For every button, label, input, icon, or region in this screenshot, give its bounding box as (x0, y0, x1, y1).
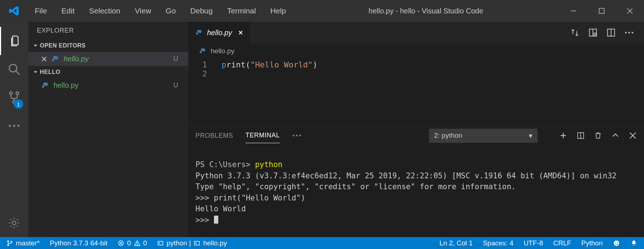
activity-explorer[interactable] (0, 27, 28, 55)
status-branch[interactable]: master* (1, 239, 45, 247)
svg-point-17 (198, 30, 198, 31)
svg-point-48 (617, 242, 618, 243)
svg-point-16 (44, 83, 45, 84)
status-eol[interactable]: CRLF (548, 239, 576, 247)
activity-scm[interactable]: 1 (0, 83, 28, 112)
compare-changes-icon[interactable] (570, 28, 580, 37)
menu-help[interactable]: Help (264, 4, 292, 18)
status-runner[interactable]: python | hello.py (152, 239, 232, 247)
editor-tabbar: hello.py × (188, 22, 644, 43)
menu-view[interactable]: View (128, 4, 157, 18)
terminal-output[interactable]: PS C:\Users> python Python 3.7.3 (v3.7.3… (188, 145, 644, 237)
minimize-button[interactable] (559, 0, 588, 22)
open-editor-status: U (173, 55, 183, 63)
scm-badge: 1 (14, 99, 23, 109)
editor-tab[interactable]: hello.py × (188, 22, 250, 43)
svg-point-36 (8, 240, 9, 242)
split-terminal-icon[interactable] (577, 132, 585, 140)
more-actions-icon[interactable] (624, 31, 634, 34)
window-controls (559, 0, 644, 22)
terminal-cursor (214, 216, 218, 224)
python-file-icon (195, 29, 203, 36)
line-number: 2 (188, 69, 222, 78)
activity-search[interactable] (0, 55, 28, 83)
close-editor-icon[interactable] (41, 56, 47, 62)
open-editors-header[interactable]: OPEN EDITORS (28, 40, 188, 52)
menu-go[interactable]: Go (159, 4, 182, 18)
status-indent[interactable]: Spaces: 4 (478, 239, 519, 247)
code-editor[interactable]: 1 print("Hello World") 2 (188, 59, 644, 126)
bottom-panel: PROBLEMS TERMINAL 2: python ▾ PS C:\User… (188, 126, 644, 237)
svg-point-26 (201, 49, 202, 50)
svg-point-38 (11, 241, 12, 242)
svg-point-4 (9, 65, 17, 72)
file-item[interactable]: hello.py U (28, 78, 188, 92)
activity-settings[interactable] (0, 209, 28, 237)
maximize-panel-icon[interactable] (611, 132, 619, 140)
status-encoding[interactable]: UTF-8 (518, 239, 548, 247)
menu-selection[interactable]: Selection (83, 4, 127, 18)
svg-point-47 (615, 242, 616, 243)
tab-close-icon[interactable]: × (239, 29, 243, 37)
svg-point-6 (9, 92, 12, 95)
svg-point-37 (8, 244, 9, 246)
status-bell-icon[interactable] (625, 240, 643, 247)
line-number: 1 (188, 60, 222, 69)
python-file-icon (199, 47, 206, 55)
terminal-select[interactable]: 2: python ▾ (429, 129, 538, 143)
status-position[interactable]: Ln 2, Col 1 (434, 239, 478, 247)
status-interpreter[interactable]: Python 3.7.3 64-bit (45, 239, 113, 247)
svg-rect-44 (158, 241, 163, 245)
window-title: hello.py - hello - Visual Studio Code (292, 7, 559, 15)
main-menu: File Edit Selection View Go Debug Termin… (28, 4, 292, 18)
file-name: hello.py (54, 81, 169, 90)
editor-actions (570, 22, 644, 43)
folder-header[interactable]: HELLO (28, 66, 188, 78)
explorer-title: EXPLORER (28, 22, 188, 40)
activity-more[interactable] (0, 112, 28, 140)
menu-terminal[interactable]: Terminal (220, 4, 262, 18)
close-button[interactable] (616, 0, 644, 22)
svg-point-24 (628, 32, 630, 33)
split-editor-icon[interactable] (606, 28, 616, 37)
close-panel-icon[interactable] (629, 132, 637, 140)
menu-debug[interactable]: Debug (184, 4, 219, 18)
kill-terminal-icon[interactable] (594, 132, 602, 140)
title-bar: File Edit Selection View Go Debug Termin… (0, 0, 644, 22)
activity-bar: 1 (0, 22, 28, 237)
breadcrumb[interactable]: hello.py (188, 43, 644, 59)
status-problems[interactable]: 0 0 (113, 239, 152, 247)
svg-point-20 (594, 33, 596, 36)
svg-rect-1 (599, 8, 604, 13)
svg-point-7 (16, 92, 19, 95)
explorer-sidebar: EXPLORER OPEN EDITORS hello.py U HELLO h… (28, 22, 188, 237)
menu-file[interactable]: File (28, 4, 54, 18)
terminal-select-label: 2: python (434, 132, 462, 140)
svg-rect-45 (195, 241, 200, 245)
panel-tab-terminal[interactable]: TERMINAL (245, 128, 280, 143)
open-changes-icon[interactable] (588, 28, 598, 37)
panel-more-icon[interactable] (292, 134, 302, 137)
svg-point-25 (632, 32, 633, 33)
status-feedback-icon[interactable] (608, 240, 625, 247)
status-bar: master* Python 3.7.3 64-bit 0 0 python |… (0, 237, 644, 249)
open-editor-name: hello.py (64, 55, 169, 63)
new-terminal-icon[interactable] (559, 132, 567, 140)
svg-point-46 (614, 240, 619, 246)
svg-point-27 (293, 135, 294, 136)
python-file-icon (41, 82, 49, 90)
maximize-button[interactable] (588, 0, 616, 22)
chevron-down-icon: ▾ (529, 132, 533, 140)
code-line: print("Hello World") (222, 60, 317, 69)
status-language[interactable]: Python (576, 239, 608, 247)
svg-point-28 (296, 135, 298, 136)
file-status: U (173, 82, 183, 89)
svg-point-11 (17, 125, 20, 127)
menu-edit[interactable]: Edit (55, 4, 81, 18)
panel-tabbar: PROBLEMS TERMINAL 2: python ▾ (188, 126, 644, 145)
svg-point-9 (9, 125, 11, 127)
svg-point-29 (299, 135, 301, 136)
panel-tab-problems[interactable]: PROBLEMS (195, 128, 233, 143)
open-editor-item[interactable]: hello.py U (28, 52, 188, 66)
editor-area: hello.py × hello.py 1 print("Hello World… (188, 22, 644, 237)
